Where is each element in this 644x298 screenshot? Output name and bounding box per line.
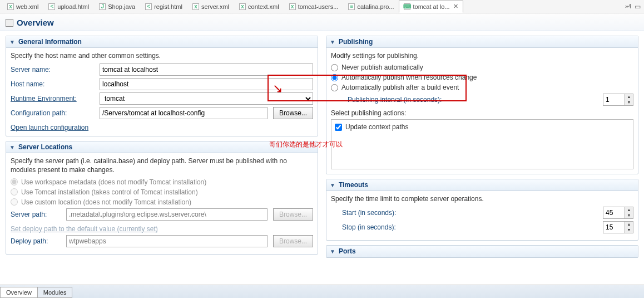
section-title: General Information (18, 38, 82, 46)
deploy-path-label: Deploy path: (11, 237, 61, 245)
interval-spinner[interactable]: ▲▼ (603, 94, 633, 106)
spin-down-icon[interactable]: ▼ (625, 100, 633, 105)
loc-opt3-label: Use custom location (does not modify Tom… (21, 198, 191, 206)
twisty-down-icon: ▼ (330, 182, 335, 188)
twisty-down-icon: ▼ (330, 248, 335, 255)
stop-timeout-label: Stop (in seconds): (331, 223, 603, 231)
publishing-actions-box: Update context paths (331, 119, 633, 169)
section-timeouts: ▼ Timeouts Specify the time limit to com… (326, 179, 638, 241)
tab-webxml[interactable]: xweb.xml (2, 1, 43, 13)
maximize-icon[interactable]: ▭ (635, 3, 641, 11)
pub-radio-auto-resource[interactable] (331, 74, 338, 81)
actions-label: Select publishing actions: (331, 109, 633, 117)
host-name-label: Host name: (11, 80, 94, 88)
section-head-publishing[interactable]: ▼ Publishing (326, 36, 638, 48)
tab-label: catalina.pro... (357, 3, 394, 10)
tab-shopjava[interactable]: JShop.java (94, 1, 140, 13)
close-icon[interactable]: ✕ (453, 3, 458, 10)
spin-up-icon[interactable]: ▲ (625, 94, 633, 100)
loc-radio-custom (11, 198, 18, 206)
section-title: Ports (339, 247, 356, 255)
server-name-input[interactable] (100, 63, 313, 76)
section-head-locations[interactable]: ▼ Server Locations (6, 141, 318, 153)
page-title: Overview (17, 18, 54, 27)
tab-tomcatusers[interactable]: xtomcat-users... (284, 1, 344, 13)
xml-file-icon: x (192, 3, 199, 10)
section-general: ▼ General Information Specify the host n… (6, 36, 318, 136)
bottom-tab-overview[interactable]: Overview (0, 287, 38, 298)
publishing-desc: Modify settings for publishing. (331, 51, 633, 60)
xml-file-icon: x (289, 3, 296, 10)
spin-up-icon[interactable]: ▲ (625, 222, 633, 227)
tab-overflow[interactable]: »4 ▭ (625, 3, 644, 11)
tab-label: context.xml (248, 3, 279, 10)
tab-regist[interactable]: <regist.html (140, 1, 187, 13)
stop-timeout-spinner[interactable]: ▲▼ (603, 221, 633, 233)
section-title: Publishing (339, 38, 373, 46)
editor-tabbar: xweb.xml <upload.html JShop.java <regist… (0, 0, 644, 13)
section-server-locations: ▼ Server Locations Specify the server pa… (6, 141, 318, 254)
twisty-down-icon: ▼ (9, 144, 15, 150)
tab-label: Shop.java (108, 3, 135, 10)
open-launch-link[interactable]: Open launch configuration (11, 124, 88, 131)
pub-radio-never[interactable] (331, 64, 338, 71)
spin-up-icon[interactable]: ▲ (625, 207, 633, 213)
file-icon: ≡ (348, 3, 355, 10)
twisty-down-icon: ▼ (330, 39, 335, 45)
browse-deploy-path-button: Browse... (273, 235, 313, 247)
page-header: Overview (0, 13, 644, 31)
deploy-path-input (66, 235, 267, 247)
spin-down-icon[interactable]: ▼ (625, 227, 633, 233)
tab-contextxml[interactable]: xcontext.xml (234, 1, 284, 13)
tab-label: server.xml (201, 3, 229, 10)
spin-down-icon[interactable]: ▼ (625, 213, 633, 218)
update-context-label: Update context paths (345, 123, 408, 131)
set-default-deploy-link: Set deploy path to the default value (cu… (11, 225, 158, 233)
tab-tomcatserver[interactable]: ⌨tomcat at lo...✕ (399, 1, 463, 13)
server-path-input (66, 208, 267, 221)
interval-input[interactable] (603, 94, 625, 106)
loc-radio-tomcat (11, 188, 18, 196)
start-timeout-input[interactable] (603, 207, 625, 219)
update-context-checkbox[interactable] (335, 124, 342, 131)
tab-label: tomcat at lo... (413, 3, 449, 10)
section-head-timeouts[interactable]: ▼ Timeouts (326, 179, 638, 191)
config-path-input[interactable] (100, 107, 267, 119)
interval-label: Publishing interval (in seconds): (348, 96, 603, 104)
runtime-env-label[interactable]: Runtime Environment: (11, 95, 94, 102)
stop-timeout-input[interactable] (603, 221, 625, 233)
xml-file-icon: x (7, 3, 14, 10)
general-desc: Specify the host name and other common s… (11, 51, 313, 60)
browse-config-button[interactable]: Browse... (273, 107, 313, 119)
html-file-icon: < (145, 3, 152, 10)
start-timeout-label: Start (in seconds): (331, 209, 603, 217)
pub-opt2-label: Automatically publish when resources cha… (341, 74, 477, 81)
tab-upload[interactable]: <upload.html (43, 1, 94, 13)
pub-opt3-label: Automatically publish after a build even… (341, 84, 459, 91)
java-file-icon: J (99, 3, 106, 10)
runtime-env-select[interactable]: tomcat (100, 92, 313, 105)
tab-label: web.xml (16, 3, 38, 10)
overview-icon (6, 19, 13, 27)
server-name-label: Server name: (11, 66, 94, 74)
section-head-ports[interactable]: ▼ Ports (326, 246, 638, 257)
locations-desc: Specify the server path (i.e. catalina.b… (11, 157, 313, 174)
loc-opt1-label: Use workspace metadata (does not modify … (21, 178, 206, 186)
bottom-tab-modules[interactable]: Modules (37, 287, 73, 298)
twisty-down-icon: ▼ (9, 39, 15, 45)
host-name-input[interactable] (100, 78, 313, 90)
section-head-general[interactable]: ▼ General Information (6, 36, 318, 48)
pub-radio-auto-build[interactable] (331, 84, 338, 91)
tab-label: upload.html (57, 3, 89, 10)
tab-label: tomcat-users... (298, 3, 339, 10)
browse-server-path-button: Browse... (273, 208, 313, 221)
start-timeout-spinner[interactable]: ▲▼ (603, 207, 633, 219)
tab-catalina[interactable]: ≡catalina.pro... (343, 1, 399, 13)
tab-serverxml[interactable]: xserver.xml (187, 1, 234, 13)
server-icon: ⌨ (404, 3, 410, 10)
editor-page-tabs: Overview Modules (0, 285, 644, 298)
overflow-chevron-icon: »4 (625, 3, 631, 9)
section-title: Timeouts (339, 181, 368, 189)
loc-radio-workspace (11, 178, 18, 185)
server-path-label: Server path: (11, 211, 61, 218)
